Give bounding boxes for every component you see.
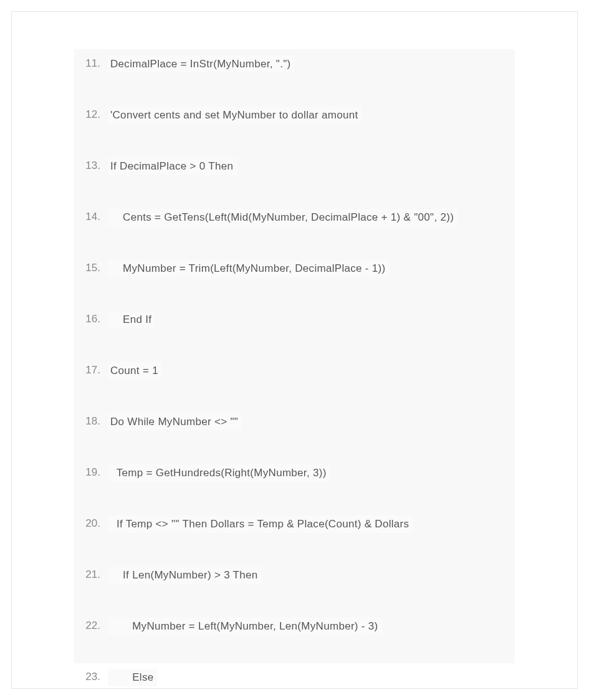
code-cell: If Len(MyNumber) > 3 Then: [108, 567, 509, 584]
code-line: 17. Count = 1: [78, 362, 509, 380]
code-cell: Else: [108, 669, 509, 686]
code-cell: DecimalPlace = InStr(MyNumber, "."): [108, 55, 509, 73]
code-cell: If DecimalPlace > 0 Then: [108, 158, 509, 175]
code-cell: Count = 1: [108, 362, 509, 380]
code-line: 22. MyNumber = Left(MyNumber, Len(MyNumb…: [78, 618, 509, 635]
line-number: 12.: [78, 107, 108, 123]
code-text: End If: [108, 311, 155, 328]
code-cell: MyNumber = Trim(Left(MyNumber, DecimalPl…: [108, 260, 509, 277]
code-line: 11. DecimalPlace = InStr(MyNumber, "."): [78, 55, 509, 73]
line-number: 11.: [78, 55, 108, 72]
code-text: If DecimalPlace > 0 Then: [108, 158, 237, 175]
code-line: 19. Temp = GetHundreds(Right(MyNumber, 3…: [78, 464, 509, 482]
line-number: 15.: [78, 260, 108, 276]
line-number: 22.: [78, 618, 108, 634]
code-line: 15. MyNumber = Trim(Left(MyNumber, Decim…: [78, 260, 509, 277]
code-cell: End If: [108, 311, 509, 328]
paper-frame: 11. DecimalPlace = InStr(MyNumber, ".") …: [11, 11, 578, 689]
code-line: 13. If DecimalPlace > 0 Then: [78, 158, 509, 175]
code-text: Count = 1: [108, 362, 162, 380]
code-cell: 'Convert cents and set MyNumber to dolla…: [108, 107, 509, 124]
code-cell: Do While MyNumber <> "": [108, 413, 509, 431]
line-number: 21.: [78, 567, 108, 583]
line-number: 23.: [78, 669, 108, 685]
line-number: 13.: [78, 158, 108, 174]
code-cell: Cents = GetTens(Left(Mid(MyNumber, Decim…: [108, 209, 509, 226]
line-number: 16.: [78, 311, 108, 327]
code-text: Else: [108, 669, 157, 686]
line-number: 19.: [78, 464, 108, 481]
code-text: DecimalPlace = InStr(MyNumber, "."): [108, 55, 294, 73]
page: 11. DecimalPlace = InStr(MyNumber, ".") …: [0, 0, 589, 700]
line-number: 14.: [78, 209, 108, 225]
line-number: 18.: [78, 413, 108, 429]
code-cell: Temp = GetHundreds(Right(MyNumber, 3)): [108, 464, 509, 482]
code-line: 18. Do While MyNumber <> "": [78, 413, 509, 431]
code-text: 'Convert cents and set MyNumber to dolla…: [108, 107, 362, 124]
code-line: 16. End If: [78, 311, 509, 328]
code-cell: If Temp <> "" Then Dollars = Temp & Plac…: [108, 515, 509, 533]
code-text: Do While MyNumber <> "": [108, 413, 242, 431]
code-text: MyNumber = Left(MyNumber, Len(MyNumber) …: [108, 618, 382, 635]
code-line: 14. Cents = GetTens(Left(Mid(MyNumber, D…: [78, 209, 509, 226]
code-text: Cents = GetTens(Left(Mid(MyNumber, Decim…: [108, 209, 457, 226]
code-text: If Len(MyNumber) > 3 Then: [108, 567, 262, 584]
line-number: 17.: [78, 362, 108, 378]
code-block: 11. DecimalPlace = InStr(MyNumber, ".") …: [74, 49, 515, 663]
code-cell: MyNumber = Left(MyNumber, Len(MyNumber) …: [108, 618, 509, 635]
code-line: 23. Else: [78, 669, 509, 686]
code-text: Temp = GetHundreds(Right(MyNumber, 3)): [108, 464, 330, 482]
code-text: MyNumber = Trim(Left(MyNumber, DecimalPl…: [108, 260, 389, 277]
code-text: If Temp <> "" Then Dollars = Temp & Plac…: [108, 515, 413, 533]
code-line: 21. If Len(MyNumber) > 3 Then: [78, 567, 509, 584]
code-line: 20. If Temp <> "" Then Dollars = Temp & …: [78, 515, 509, 533]
code-line: 12. 'Convert cents and set MyNumber to d…: [78, 107, 509, 124]
line-number: 20.: [78, 515, 108, 532]
